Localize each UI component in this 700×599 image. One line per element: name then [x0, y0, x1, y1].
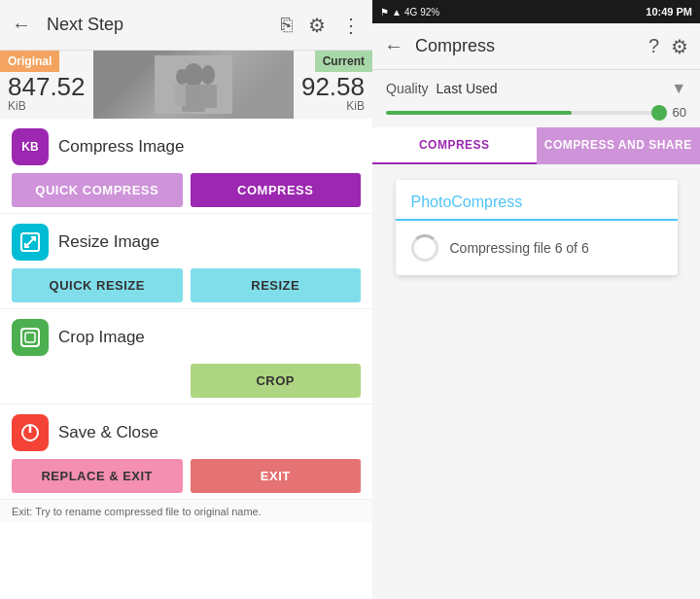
resize-svg — [19, 231, 41, 253]
save-header: Save & Close — [12, 414, 361, 451]
resize-title: Resize Image — [58, 232, 159, 252]
thumbnail-svg — [155, 55, 232, 114]
more-button[interactable]: ⋮ — [341, 14, 361, 37]
svg-rect-4 — [174, 85, 186, 106]
compress-header: KB Compress Image — [12, 128, 361, 165]
replace-exit-button[interactable]: REPLACE & EXIT — [12, 459, 183, 493]
back-button[interactable]: ← — [12, 14, 31, 36]
status-time: 10:49 PM — [646, 6, 692, 18]
power-svg — [19, 422, 41, 443]
compress-btn-row: QUICK COMPRESS COMPRESS — [12, 173, 361, 207]
compress-button[interactable]: COMPRESS — [191, 173, 362, 207]
dialog-title: PhotoCompress — [396, 180, 678, 221]
dialog-body: Compressing file 6 of 6 — [396, 221, 678, 275]
svg-rect-6 — [203, 85, 217, 108]
resize-button[interactable]: RESIZE — [191, 268, 362, 302]
crop-btn-row: CROP — [12, 364, 361, 398]
original-size: 847.52 — [8, 74, 86, 99]
svg-point-5 — [201, 65, 215, 85]
left-header: ← Next Step ⎘ ⚙ ⋮ — [0, 0, 372, 51]
page-title: Next Step — [47, 15, 265, 35]
slider-row: 60 — [372, 101, 700, 127]
quick-compress-button[interactable]: QUICK COMPRESS — [12, 173, 183, 207]
slider-thumb[interactable] — [651, 105, 667, 121]
share-button[interactable]: ⎘ — [281, 14, 293, 36]
svg-rect-9 — [21, 329, 39, 346]
signal-icon: ▲ — [392, 7, 402, 18]
crop-button[interactable]: CROP — [191, 364, 362, 398]
status-bar: ⚑ ▲ 4G 92% 10:49 PM — [372, 0, 700, 23]
notification-icon: ⚑ — [380, 7, 389, 18]
progress-spinner — [411, 234, 438, 262]
compress-tab[interactable]: COMPRESS — [372, 127, 537, 164]
dialog-area: PhotoCompress Compressing file 6 of 6 — [372, 164, 700, 599]
footer-text: Exit: Try to rename compressed file to o… — [0, 500, 372, 523]
original-info: Original 847.52 KiB — [0, 51, 93, 119]
exit-button[interactable]: EXIT — [191, 459, 362, 493]
compress-title: Compress Image — [58, 137, 184, 157]
crop-icon — [12, 319, 49, 356]
settings-button[interactable]: ⚙ — [308, 14, 326, 37]
resize-header: Resize Image — [12, 224, 361, 261]
slider-fill — [386, 111, 572, 115]
crop-section: Crop Image CROP — [0, 309, 372, 405]
image-info-bar: Original 847.52 KiB Curren — [0, 51, 372, 119]
quality-row: Quality Last Used ▼ — [372, 70, 700, 101]
svg-rect-10 — [25, 333, 35, 342]
battery-icon: 92% — [420, 7, 439, 18]
tab-row: COMPRESS COMPRESS AND SHARE — [372, 127, 700, 164]
current-unit: KiB — [301, 99, 365, 113]
save-title: Save & Close — [58, 423, 158, 442]
current-size: 92.58 — [301, 74, 365, 99]
right-back-button[interactable]: ← — [384, 35, 403, 57]
original-label: Original — [0, 51, 59, 72]
crop-header: Crop Image — [12, 319, 361, 356]
thumbnail-image — [93, 51, 294, 119]
resize-btn-row: QUICK RESIZE RESIZE — [12, 268, 361, 302]
progress-dialog: PhotoCompress Compressing file 6 of 6 — [396, 180, 678, 275]
original-unit: KiB — [8, 99, 86, 113]
left-panel: ← Next Step ⎘ ⚙ ⋮ Original 847.52 KiB — [0, 0, 372, 599]
current-label: Current — [315, 51, 372, 72]
resize-section: Resize Image QUICK RESIZE RESIZE — [0, 214, 372, 309]
network-icon: 4G — [404, 7, 417, 18]
help-button[interactable]: ? — [648, 35, 659, 57]
status-icons: ⚑ ▲ 4G 92% — [380, 7, 439, 18]
right-panel: ⚑ ▲ 4G 92% 10:49 PM ← Compress ? ⚙ Quali… — [372, 0, 700, 599]
compress-section: KB Compress Image QUICK COMPRESS COMPRES… — [0, 119, 372, 214]
crop-svg — [19, 327, 41, 348]
quick-resize-button[interactable]: QUICK RESIZE — [12, 268, 183, 302]
quality-dropdown-icon[interactable]: ▼ — [671, 80, 686, 97]
current-info: Current 92.58 KiB — [294, 51, 372, 119]
slider-value: 60 — [667, 105, 686, 120]
right-settings-button[interactable]: ⚙ — [671, 35, 688, 58]
quality-value: Last Used — [437, 81, 664, 96]
svg-point-3 — [176, 69, 188, 85]
crop-title: Crop Image — [58, 328, 145, 347]
right-page-title: Compress — [415, 36, 637, 56]
compress-icon: KB — [12, 128, 49, 165]
resize-icon — [12, 224, 49, 261]
image-thumbnail — [93, 51, 294, 119]
right-header: ← Compress ? ⚙ — [372, 23, 700, 70]
svg-line-8 — [25, 237, 35, 247]
save-icon — [12, 414, 49, 451]
save-btn-row: REPLACE & EXIT EXIT — [12, 459, 361, 493]
quality-slider[interactable] — [386, 111, 659, 115]
save-section: Save & Close REPLACE & EXIT EXIT — [0, 405, 372, 500]
progress-message: Compressing file 6 of 6 — [450, 240, 589, 256]
quality-label: Quality — [386, 81, 429, 96]
compress-share-tab[interactable]: COMPRESS AND SHARE — [537, 127, 701, 164]
